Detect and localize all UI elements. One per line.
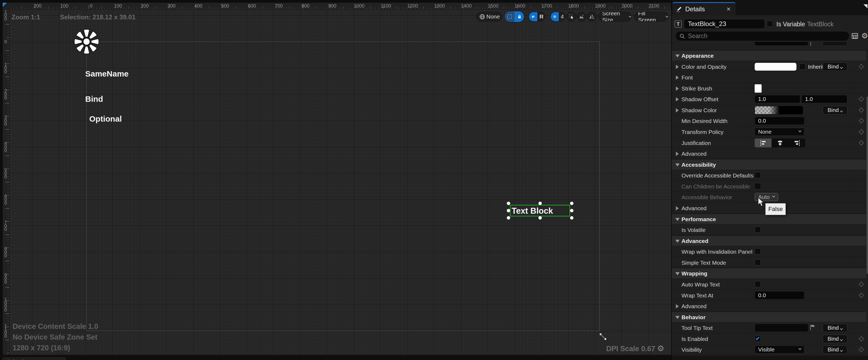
selection-handle-e[interactable] (570, 209, 574, 212)
value-field[interactable]: 0.0 (755, 117, 805, 125)
display-filter-grid-icon[interactable] (851, 32, 859, 40)
tab-animations[interactable]: Animations (2, 357, 66, 360)
chevron-down-icon (840, 109, 843, 112)
ruler-x-label: 700 (275, 3, 283, 9)
bind-button[interactable]: Bind (823, 62, 847, 71)
flip-preview-button[interactable] (587, 12, 596, 22)
advanced-expander-row[interactable]: Advanced (672, 301, 866, 311)
shadow-color-swatch[interactable] (755, 106, 803, 114)
reset-to-default-icon[interactable] (859, 96, 864, 102)
selection-handle-w[interactable] (507, 209, 510, 212)
reset-to-default-icon[interactable] (859, 64, 864, 69)
localization-preview-button[interactable]: None (476, 12, 502, 22)
reset-to-default-icon[interactable] (859, 347, 864, 352)
search-input[interactable]: Search (675, 31, 849, 41)
value-y-field[interactable]: 1.0 (802, 95, 847, 103)
image-mountains-icon (579, 14, 585, 20)
section-wrapping[interactable]: Wrapping (672, 268, 866, 279)
inherit-checkbox[interactable] (799, 64, 806, 70)
bind-button[interactable]: Bind (823, 324, 847, 332)
checkbox[interactable] (755, 227, 761, 233)
section-advanced[interactable]: Advanced (672, 236, 866, 246)
value-field[interactable]: 0.0 (755, 291, 805, 299)
checkbox[interactable] (755, 281, 761, 287)
selection-handle-n[interactable] (538, 202, 542, 205)
details-pencil-icon (676, 6, 683, 12)
chevron-down-icon (675, 164, 680, 166)
chevron-right-icon (676, 206, 679, 211)
checkbox[interactable] (755, 183, 761, 189)
dock-corner-icon[interactable] (863, 4, 867, 8)
checkbox[interactable] (755, 172, 761, 178)
chevron-right-icon[interactable] (676, 76, 679, 80)
checkbox[interactable] (755, 259, 761, 266)
section-accessibility[interactable]: Accessibility (672, 159, 866, 170)
chevron-right-icon[interactable] (676, 86, 679, 91)
bind-button[interactable]: Bind (823, 345, 847, 354)
tab-details[interactable]: Details ✕ (672, 2, 736, 15)
respect-locks-button[interactable]: R (537, 12, 545, 21)
dropdown[interactable]: Visible (755, 345, 805, 354)
reset-to-default-icon[interactable] (859, 293, 864, 298)
justify-left-button[interactable] (755, 139, 772, 147)
section-appearance[interactable]: Appearance (672, 50, 866, 61)
localization-flag-icon[interactable] (810, 42, 815, 47)
search-row: Search ⚙ (672, 31, 868, 42)
reset-to-default-icon[interactable] (859, 118, 864, 123)
asterisk-flower-icon[interactable] (73, 28, 100, 56)
reset-to-default-icon[interactable] (859, 140, 864, 145)
design-area-resize-handle[interactable] (598, 332, 608, 342)
justify-center-button[interactable] (772, 139, 788, 147)
marquee-select-icon[interactable] (505, 11, 515, 22)
checkbox[interactable] (755, 248, 761, 254)
layout-columns-icon[interactable] (529, 12, 537, 21)
textblock-bind[interactable]: Bind (85, 94, 103, 104)
preview-background-button[interactable] (577, 12, 586, 22)
tooltip-text-field[interactable] (755, 324, 808, 332)
textblock-optional[interactable]: Optional (89, 114, 122, 123)
section-behavior[interactable]: Behavior (672, 312, 866, 323)
reset-to-default-icon[interactable] (859, 282, 864, 287)
property-row-strike-brush: Strike Brush (672, 83, 866, 94)
dpi-settings-gear-icon[interactable]: ⚙ (657, 343, 664, 353)
selection-handle-se[interactable] (570, 216, 574, 220)
panel-scrollbar[interactable] (867, 96, 868, 274)
select-widget-button[interactable] (566, 12, 576, 22)
color-swatch[interactable] (755, 63, 797, 71)
section-performance[interactable]: Performance (672, 214, 866, 224)
selection-handle-nw[interactable] (507, 202, 510, 205)
value-x-field[interactable]: 1.0 (755, 95, 800, 103)
chevron-right-icon[interactable] (676, 108, 679, 112)
designer-canvas[interactable]: 2001000100200300400500600700800900100011… (0, 0, 671, 360)
chevron-right-icon[interactable] (676, 97, 679, 102)
reset-to-default-icon[interactable] (859, 129, 864, 135)
screen-size-dropdown[interactable]: Screen Size (598, 12, 631, 22)
lock-icon[interactable] (515, 11, 524, 22)
selection-handle-s[interactable] (538, 216, 542, 220)
text-value-field[interactable] (755, 42, 808, 46)
grid-snap-icon[interactable] (551, 12, 559, 21)
settings-gear-icon[interactable]: ⚙ (861, 32, 868, 40)
checkbox[interactable]: ✔ (755, 336, 761, 342)
close-icon[interactable]: ✕ (726, 6, 731, 12)
chevron-right-icon[interactable] (676, 65, 679, 69)
localization-flag-icon[interactable] (810, 324, 815, 331)
bind-button[interactable] (823, 42, 847, 46)
selected-text-block[interactable]: Text Block (510, 205, 570, 216)
dropdown[interactable]: None (755, 128, 805, 136)
is-variable-checkbox[interactable] (767, 21, 773, 27)
ruler-x-label: 1000 (354, 3, 365, 9)
justify-right-button[interactable] (788, 139, 805, 147)
widget-name-input[interactable] (684, 19, 765, 29)
selection-handle-sw[interactable] (507, 216, 510, 220)
bind-button[interactable]: Bind (823, 335, 847, 343)
reset-to-default-icon[interactable] (859, 336, 864, 341)
reset-to-default-icon[interactable] (859, 107, 864, 113)
textblock-samename[interactable]: SameName (85, 69, 129, 78)
bind-button[interactable]: Bind (823, 106, 847, 114)
advanced-expander-row[interactable]: Advanced (672, 148, 866, 159)
selection-handle-ne[interactable] (570, 202, 574, 205)
brush-swatch[interactable] (755, 84, 762, 93)
ruler-x-label: 200 (141, 3, 149, 9)
fill-screen-dropdown[interactable]: Fill Screen (634, 12, 668, 22)
